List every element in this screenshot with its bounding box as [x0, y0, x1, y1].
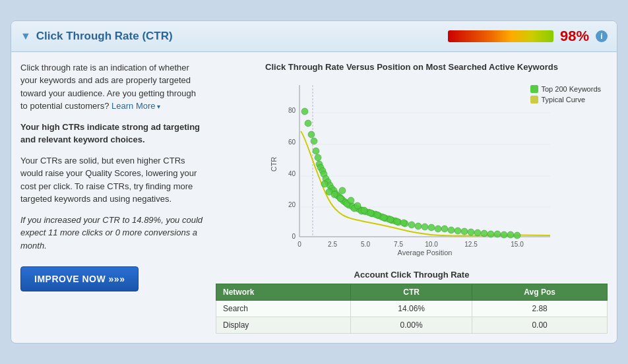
svg-point-61 [337, 195, 344, 202]
header-left: ▼ Click Through Rate (CTR) [20, 30, 173, 43]
legend-label-curve: Typical Curve [542, 96, 586, 104]
svg-point-86 [361, 207, 367, 214]
cell-network-display: Display [216, 317, 351, 334]
cell-ctr-search: 14.06% [351, 301, 472, 317]
svg-point-90 [387, 216, 394, 223]
svg-text:80: 80 [288, 107, 296, 114]
svg-point-82 [514, 232, 520, 239]
svg-point-75 [468, 229, 474, 235]
svg-point-77 [481, 230, 487, 237]
svg-point-83 [339, 187, 346, 194]
cell-avgpos-display: 0.00 [472, 317, 608, 334]
legend-item-keywords: Top 200 Keywords [530, 85, 602, 93]
svg-text:0: 0 [292, 233, 296, 240]
chart-title: Click Through Rate Versus Position on Mo… [216, 61, 608, 73]
svg-point-89 [381, 214, 387, 221]
svg-point-80 [501, 231, 507, 238]
learn-more-link[interactable]: Learn More ▾ [111, 101, 160, 111]
chevron-down-icon[interactable]: ▼ [20, 30, 31, 42]
legend-item-curve: Typical Curve [530, 96, 602, 104]
svg-point-69 [428, 224, 435, 231]
svg-point-68 [422, 224, 428, 230]
svg-point-23 [308, 131, 315, 138]
info-icon[interactable]: i [596, 30, 608, 42]
score-percent: 98% [560, 28, 589, 45]
chart-area: CTR Average Position 0 20 40 60 80 [216, 78, 608, 263]
legend-dot-curve [530, 96, 538, 104]
svg-text:10.0: 10.0 [425, 241, 438, 248]
svg-point-58 [321, 181, 328, 187]
svg-point-26 [315, 154, 321, 161]
col-avg-pos: Avg Pos [472, 284, 608, 301]
main-card: ▼ Click Through Rate (CTR) 98% i Click t… [11, 20, 617, 344]
score-bar [448, 30, 553, 42]
svg-text:40: 40 [288, 170, 296, 177]
svg-text:60: 60 [288, 138, 296, 146]
svg-text:2.5: 2.5 [328, 241, 337, 248]
card-title: Click Through Rate (CTR) [36, 30, 173, 43]
svg-point-60 [331, 191, 338, 198]
highlight2-text: Your CTRs are solid, but even higher CTR… [20, 154, 205, 206]
svg-text:7.5: 7.5 [394, 241, 403, 248]
table-row: Search 14.06% 2.88 [216, 301, 608, 317]
table-row: Display 0.00% 0.00 [216, 317, 608, 334]
cell-ctr-display: 0.00% [351, 317, 472, 334]
cell-avgpos-search: 2.88 [472, 301, 608, 317]
header-right: 98% i [448, 28, 608, 45]
svg-point-76 [474, 229, 481, 236]
svg-point-81 [507, 231, 514, 238]
svg-point-84 [348, 197, 354, 204]
description-text: Click through rate is an indication of w… [20, 61, 205, 113]
svg-point-92 [400, 220, 407, 226]
svg-text:5.0: 5.0 [361, 241, 370, 248]
table-title: Account Click Through Rate [216, 270, 608, 280]
highlight3-text: If you increased your CTR to 14.89%, you… [20, 214, 205, 253]
svg-text:Average Position: Average Position [398, 249, 453, 257]
col-network: Network [216, 284, 351, 301]
svg-text:15.0: 15.0 [511, 241, 524, 248]
svg-point-87 [367, 210, 374, 216]
svg-point-70 [435, 226, 441, 232]
learn-more-arrow-icon: ▾ [156, 103, 161, 110]
svg-point-24 [311, 138, 317, 144]
card-header: ▼ Click Through Rate (CTR) 98% i [11, 21, 617, 52]
svg-point-88 [374, 212, 381, 218]
svg-text:CTR: CTR [270, 157, 278, 172]
legend-label-keywords: Top 200 Keywords [542, 85, 602, 93]
table-section: Account Click Through Rate Network CTR A… [216, 270, 608, 334]
svg-point-73 [455, 228, 461, 234]
svg-point-25 [313, 148, 319, 154]
svg-point-78 [487, 231, 494, 237]
score-bar-fill [448, 30, 553, 42]
svg-point-67 [415, 223, 422, 229]
col-ctr: CTR [351, 284, 472, 301]
table-header-row: Network CTR Avg Pos [216, 284, 608, 301]
svg-point-71 [441, 226, 448, 232]
svg-point-79 [494, 231, 501, 237]
highlight1-text: Your high CTRs indicate strong ad target… [20, 121, 205, 146]
svg-text:12.5: 12.5 [464, 241, 478, 248]
svg-point-74 [461, 228, 468, 235]
legend-dot-keywords [530, 85, 538, 93]
svg-point-72 [448, 227, 455, 233]
card-body: Click through rate is an indication of w… [11, 52, 617, 343]
improve-now-button[interactable]: IMPROVE NOW »»» [20, 266, 139, 291]
svg-point-91 [394, 218, 400, 225]
svg-point-21 [301, 108, 308, 115]
svg-point-85 [354, 202, 361, 209]
svg-text:0: 0 [298, 241, 301, 248]
chart-legend: Top 200 Keywords Typical Curve [530, 85, 602, 104]
right-panel: Click Through Rate Versus Position on Mo… [216, 61, 608, 334]
scatter-chart: CTR Average Position 0 20 40 60 80 [216, 78, 608, 263]
left-panel: Click through rate is an indication of w… [20, 61, 205, 334]
svg-point-22 [305, 120, 311, 127]
cell-network-search: Search [216, 301, 351, 317]
svg-text:20: 20 [288, 201, 296, 208]
svg-point-66 [408, 222, 415, 228]
ctr-table: Network CTR Avg Pos Search 14.06% 2.88 D… [216, 284, 608, 334]
chart-container: CTR Average Position 0 20 40 60 80 [216, 78, 608, 263]
